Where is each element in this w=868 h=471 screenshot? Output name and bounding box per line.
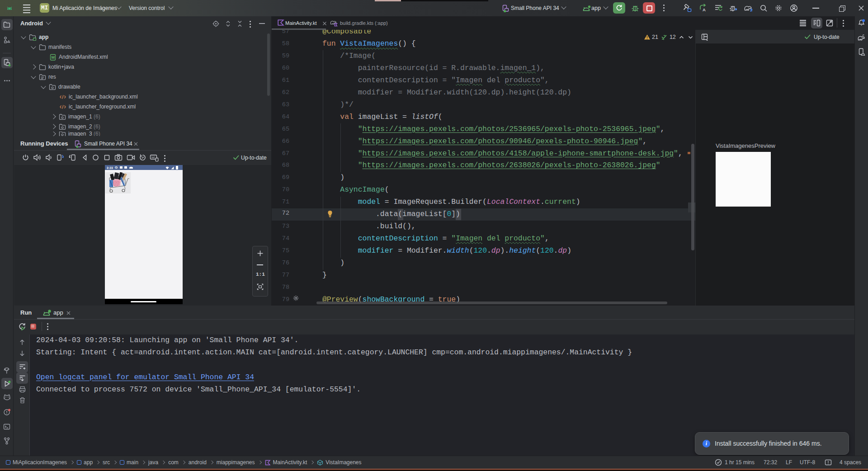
svg-text:M: M bbox=[52, 55, 55, 60]
svg-text:A: A bbox=[703, 7, 706, 12]
